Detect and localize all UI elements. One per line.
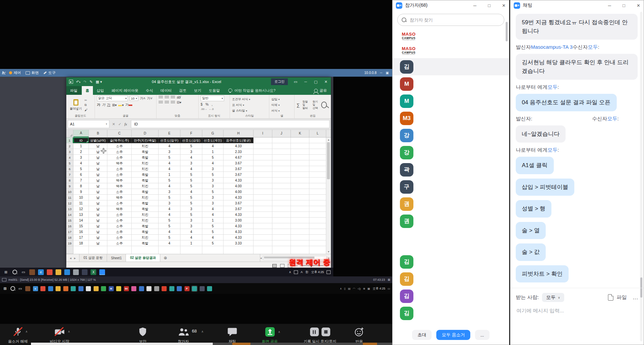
cell[interactable]: 소주 <box>107 235 132 240</box>
cell[interactable] <box>291 235 309 240</box>
app-icon[interactable] <box>78 286 83 291</box>
cell[interactable] <box>291 178 309 183</box>
cell[interactable]: 4 <box>159 229 180 235</box>
list-item[interactable]: M3 <box>393 110 509 127</box>
notification-icon[interactable]: ▭ <box>387 287 390 290</box>
cell[interactable]: 족발 <box>132 155 159 160</box>
cell[interactable] <box>291 166 309 172</box>
font-name-select[interactable]: 맑은 고딕▾ <box>97 95 128 101</box>
style-button[interactable]: 표 서식▾ <box>232 103 250 108</box>
mail-icon[interactable] <box>64 269 70 275</box>
column-header-E[interactable]: E <box>159 130 180 137</box>
folder-icon[interactable] <box>56 269 61 275</box>
cell[interactable]: 소주 <box>107 149 132 155</box>
cell[interactable]: 남 <box>89 212 107 218</box>
recipient-select[interactable]: 모두 ∨ <box>542 293 564 302</box>
cell[interactable] <box>253 160 272 166</box>
column-header-D[interactable]: D <box>132 130 159 137</box>
cell[interactable]: 족발 <box>132 178 159 183</box>
cell[interactable] <box>291 200 309 206</box>
cell[interactable]: 1 <box>73 143 89 149</box>
cell[interactable]: 4.67 <box>224 155 253 160</box>
row-number[interactable]: 10 <box>66 189 73 195</box>
search-icon[interactable] <box>12 269 18 275</box>
cell[interactable]: 3.00 <box>224 218 253 223</box>
scroll-down-icon[interactable]: ▾ <box>326 250 331 254</box>
cell[interactable] <box>291 149 309 155</box>
tray-chevron-icon[interactable]: ∧ <box>289 270 291 274</box>
cell[interactable]: 족발 <box>132 206 159 212</box>
cell[interactable]: 치킨 <box>132 183 159 189</box>
column-header-J[interactable]: J <box>272 130 291 137</box>
new-sheet-button[interactable]: ⊕ <box>160 254 170 262</box>
font-size-select[interactable]: 10▾ <box>130 96 138 101</box>
cell[interactable]: 3 <box>202 195 224 200</box>
chat-minimize-button[interactable]: ─ <box>608 3 611 8</box>
orientation-icon[interactable]: ab̸ <box>177 95 180 99</box>
cell[interactable] <box>272 172 291 178</box>
cell[interactable] <box>272 143 291 149</box>
cell[interactable]: 남 <box>89 172 107 178</box>
cell[interactable] <box>272 160 291 166</box>
tray-network-icon[interactable]: ◠ <box>353 287 355 290</box>
cell[interactable]: 5 <box>159 155 180 160</box>
italic-button[interactable]: 가 <box>102 103 105 107</box>
cell[interactable]: 14 <box>73 218 89 223</box>
column-header-B[interactable]: B <box>89 130 107 137</box>
percent-format-icon[interactable]: % <box>206 103 209 106</box>
cell[interactable]: 5 <box>180 172 202 178</box>
bold-button[interactable]: 가 <box>97 103 100 107</box>
cell[interactable]: 12 <box>73 206 89 212</box>
cell[interactable]: 남 <box>89 160 107 166</box>
cell[interactable]: 치킨 <box>132 218 159 223</box>
cell[interactable] <box>272 212 291 218</box>
app-icon[interactable] <box>25 286 30 291</box>
cell[interactable]: 소주 <box>107 143 132 149</box>
cell[interactable]: 4.33 <box>224 178 253 183</box>
cell[interactable] <box>272 206 291 212</box>
cell[interactable] <box>272 218 291 223</box>
cell[interactable]: 3.67 <box>224 166 253 172</box>
app-icon[interactable]: Y <box>146 286 151 291</box>
hscroll-left-icon[interactable]: ◂ <box>260 257 262 260</box>
decrease-decimal-icon[interactable]: ←.0 <box>209 108 214 111</box>
excel-restore-button[interactable]: ▢ <box>311 80 321 84</box>
cell[interactable] <box>253 240 272 246</box>
touch-mode-icon[interactable]: ✎ <box>90 80 93 84</box>
sheet-tab[interactable]: 01 설문 문항 <box>79 254 107 262</box>
cell[interactable]: 치킨 <box>132 160 159 166</box>
copy-icon[interactable]: ⧉ <box>84 103 88 107</box>
cell[interactable]: 안주(치킨/족발) <box>132 138 159 143</box>
fill-color-icon[interactable]: ▾ <box>118 103 124 107</box>
cell[interactable]: 남 <box>89 178 107 183</box>
accounting-format-icon[interactable]: $ <box>201 103 203 106</box>
comma-format-icon[interactable]: , <box>211 103 212 106</box>
mute-all-button[interactable]: 모두 음소거 <box>436 330 470 340</box>
tab-검토[interactable]: 검토 <box>175 86 190 95</box>
cell[interactable]: 소주 <box>107 229 132 235</box>
start-icon[interactable]: ⊞ <box>3 269 9 275</box>
cell[interactable] <box>272 166 291 172</box>
invite-button[interactable]: 초대 <box>412 330 432 340</box>
file-icon[interactable] <box>608 294 613 301</box>
cell[interactable] <box>309 223 326 229</box>
cell[interactable]: 족발 <box>132 223 159 229</box>
cell[interactable] <box>309 229 326 235</box>
row-number[interactable]: 12 <box>66 200 73 206</box>
cell[interactable]: 3 <box>202 183 224 189</box>
cell[interactable] <box>253 183 272 189</box>
cell[interactable]: 선호도(업무) <box>159 138 180 143</box>
cell[interactable]: 4 <box>202 160 224 166</box>
column-header-A[interactable]: A <box>73 130 89 137</box>
participant-search-input[interactable] <box>409 17 500 23</box>
app-icon[interactable] <box>63 286 68 291</box>
formula-bar[interactable]: ID <box>131 120 330 128</box>
cell[interactable]: 13 <box>73 212 89 218</box>
cell[interactable]: 17 <box>73 235 89 240</box>
align-center-icon[interactable] <box>165 101 169 104</box>
cell[interactable]: 18 <box>73 240 89 246</box>
cell[interactable] <box>253 143 272 149</box>
list-item[interactable]: 강 <box>393 144 509 161</box>
participant-search-box[interactable] <box>397 14 504 26</box>
cell[interactable]: 족발 <box>132 189 159 195</box>
